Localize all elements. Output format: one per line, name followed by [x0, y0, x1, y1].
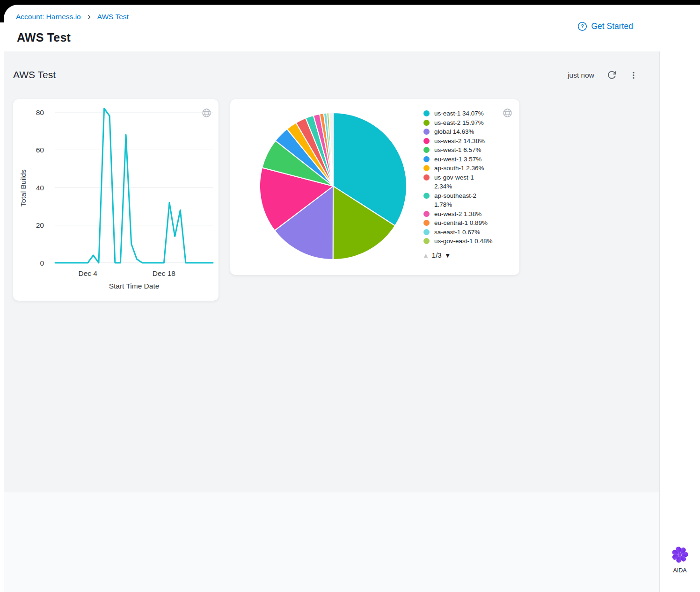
- legend-label: eu-west-2 1.38%: [434, 209, 481, 219]
- svg-text:Total Builds: Total Builds: [19, 169, 27, 207]
- legend-item-us-gov-east-1[interactable]: us-gov-east-1 0.48%: [423, 237, 504, 246]
- pie-chart-card: us-east-1 34.07%us-east-2 15.97%global 1…: [230, 99, 519, 275]
- svg-text:60: 60: [36, 146, 44, 154]
- region-pie-chart[interactable]: [230, 99, 436, 275]
- legend-label: global 14.63%: [434, 127, 474, 137]
- dashboard-title: AWS Test: [13, 69, 56, 80]
- legend-pagination: ▲ 1/3 ▼: [423, 251, 451, 259]
- dashboard-area: AWS Test just now: [4, 51, 660, 592]
- legend-label: us-gov-west-1 2.34%: [434, 173, 493, 191]
- legend-item-global[interactable]: global 14.63%: [423, 127, 504, 137]
- main-panel: Account: Harness.io AWS Test AWS Test ? …: [4, 5, 700, 592]
- dashboard-menu-button[interactable]: [629, 71, 638, 80]
- legend-item-ap-south-1[interactable]: ap-south-1 2.36%: [423, 164, 504, 173]
- legend-dot: [423, 120, 430, 126]
- legend-dot: [423, 110, 430, 116]
- right-rail: AIDA: [660, 51, 700, 592]
- legend-item-eu-west-1[interactable]: eu-west-1 3.57%: [423, 155, 504, 164]
- legend-label: eu-west-1 3.57%: [434, 155, 481, 164]
- total-builds-line-chart[interactable]: 020406080Dec 4Dec 18Start Time DateTotal…: [13, 99, 219, 301]
- legend-label: us-west-2 14.38%: [434, 137, 485, 146]
- svg-text:?: ?: [581, 23, 584, 29]
- legend-label: eu-central-1 0.89%: [434, 218, 488, 228]
- breadcrumb-current-link[interactable]: AWS Test: [97, 13, 129, 21]
- legend-item-us-west-1[interactable]: us-west-1 6.57%: [423, 145, 504, 155]
- legend-dot: [423, 229, 430, 235]
- help-circle-icon: ?: [577, 22, 587, 31]
- svg-text:0: 0: [40, 259, 44, 267]
- get-started-label: Get Started: [591, 22, 634, 31]
- legend-dot: [423, 174, 430, 180]
- legend-dot: [423, 220, 430, 226]
- legend-dot: [423, 193, 430, 199]
- svg-text:80: 80: [36, 108, 44, 116]
- legend-dot: [423, 147, 430, 153]
- legend-label: sa-east-1 0.67%: [434, 228, 480, 237]
- last-refreshed-text: just now: [568, 71, 594, 79]
- svg-text:20: 20: [36, 221, 44, 229]
- legend-item-us-east-1[interactable]: us-east-1 34.07%: [423, 109, 504, 118]
- svg-text:Start Time Date: Start Time Date: [109, 282, 160, 290]
- top-black-bar: [0, 0, 700, 5]
- legend-item-us-gov-west-1[interactable]: us-gov-west-1 2.34%: [423, 173, 504, 191]
- dashboard-toolbar: just now: [568, 70, 638, 80]
- legend-dot: [423, 238, 430, 244]
- aida-pinwheel-icon: [671, 546, 688, 563]
- legend-label: us-east-1 34.07%: [434, 109, 484, 118]
- line-chart-card: 020406080Dec 4Dec 18Start Time DateTotal…: [13, 99, 219, 301]
- legend-dot: [423, 165, 430, 171]
- svg-text:40: 40: [36, 184, 44, 192]
- get-started-link[interactable]: ? Get Started: [577, 22, 634, 31]
- svg-text:Dec 4: Dec 4: [78, 269, 97, 277]
- legend-item-us-west-2[interactable]: us-west-2 14.38%: [423, 137, 504, 146]
- legend-dot: [423, 129, 430, 135]
- aida-label: AIDA: [671, 567, 688, 574]
- legend-page-down-icon[interactable]: ▼: [445, 252, 451, 259]
- page-header: Account: Harness.io AWS Test AWS Test ? …: [4, 5, 700, 51]
- legend-item-ap-southeast-2[interactable]: ap-southeast-2 1.78%: [423, 191, 504, 209]
- legend-label: us-west-1 6.57%: [434, 145, 481, 155]
- dashboard-footer-strip: [4, 492, 659, 592]
- chevron-right-icon: [86, 14, 92, 20]
- legend-page-up-icon[interactable]: ▲: [423, 252, 429, 259]
- page-title: AWS Test: [17, 31, 71, 44]
- legend-label: ap-southeast-2 1.78%: [434, 191, 493, 209]
- legend-item-us-east-2[interactable]: us-east-2 15.97%: [423, 118, 504, 128]
- content-area: AWS Test just now: [4, 51, 700, 592]
- kebab-menu-icon: [629, 71, 638, 80]
- legend-label: us-gov-east-1 0.48%: [434, 237, 493, 246]
- legend-item-eu-west-2[interactable]: eu-west-2 1.38%: [423, 209, 504, 219]
- legend-label: ap-south-1 2.36%: [434, 164, 484, 173]
- breadcrumb: Account: Harness.io AWS Test: [16, 13, 129, 21]
- breadcrumb-account-link[interactable]: Account: Harness.io: [16, 13, 81, 21]
- svg-text:Dec 18: Dec 18: [153, 269, 175, 277]
- aida-button[interactable]: AIDA: [669, 546, 691, 574]
- legend-item-sa-east-1[interactable]: sa-east-1 0.67%: [423, 228, 504, 237]
- refresh-button[interactable]: [607, 70, 617, 80]
- refresh-icon: [607, 70, 617, 80]
- legend-dot: [423, 156, 430, 162]
- legend-item-eu-central-1[interactable]: eu-central-1 0.89%: [423, 218, 504, 228]
- legend-page-label: 1/3: [432, 251, 442, 259]
- pie-legend: us-east-1 34.07%us-east-2 15.97%global 1…: [423, 109, 504, 252]
- legend-dot: [423, 138, 430, 144]
- legend-dot: [423, 211, 430, 217]
- legend-label: us-east-2 15.97%: [434, 118, 484, 128]
